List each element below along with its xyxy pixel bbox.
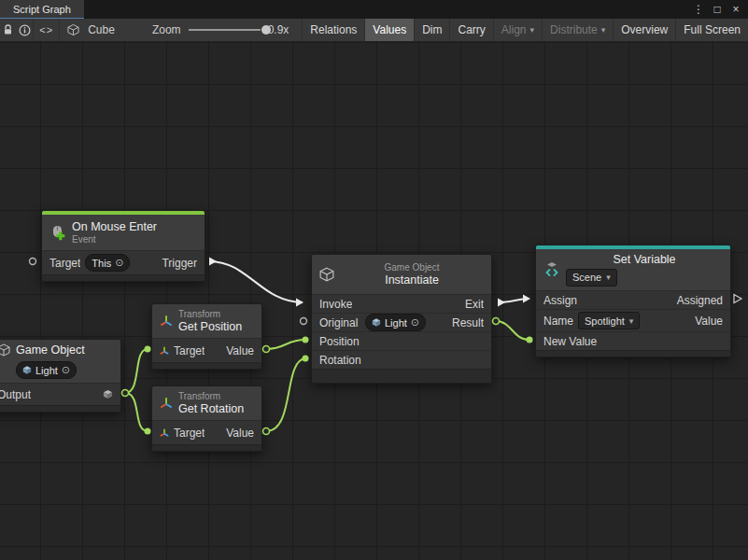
- target-input-label: Target: [49, 257, 80, 270]
- target-port[interactable]: [145, 346, 151, 353]
- node-set-variable[interactable]: Set Variable Scene ▾ Assign Assigned Nam…: [535, 245, 731, 357]
- zoom-slider[interactable]: [189, 19, 261, 41]
- maximize-icon[interactable]: □: [709, 1, 726, 18]
- button-label: Carry: [458, 23, 485, 36]
- button-label: Overview: [621, 23, 668, 36]
- game-object-value-chip[interactable]: Light ⊙: [16, 361, 77, 379]
- position-input-label: Position: [319, 335, 360, 348]
- node-footer: [152, 444, 261, 451]
- variable-name-dropdown[interactable]: Spotlight ▾: [578, 312, 640, 329]
- node-header: On Mouse Enter Event: [42, 215, 205, 250]
- toolbar-button-fullscreen[interactable]: Full Screen: [675, 19, 748, 41]
- target-input-port[interactable]: [30, 259, 36, 265]
- port-row: Target This ⊙ Trigger: [42, 250, 205, 274]
- assigned-output-port[interactable]: [734, 295, 741, 303]
- game-object-type-icon: [103, 389, 113, 399]
- port-row: Name Spotlight ▾ Value: [536, 309, 730, 331]
- button-label: Relations: [310, 23, 357, 36]
- original-input-port[interactable]: [301, 318, 307, 325]
- position-port[interactable]: [303, 337, 309, 343]
- dropdown-value: Scene: [572, 272, 601, 284]
- toolbar-button-dim[interactable]: Dim: [414, 19, 449, 41]
- node-title: Get Position: [178, 320, 242, 334]
- button-label: Distribute: [550, 23, 598, 36]
- graph-name: Cube: [60, 23, 126, 36]
- port-row: Target Value: [152, 338, 261, 362]
- port-row: Invoke Exit: [312, 294, 491, 313]
- trigger-output-label: Trigger: [162, 257, 197, 270]
- node-title: Set Variable: [613, 253, 675, 267]
- node-title: Game Object: [16, 343, 89, 357]
- close-icon[interactable]: ×: [727, 1, 744, 18]
- button-label: Align: [501, 23, 527, 36]
- graph-name-label: Cube: [84, 23, 119, 36]
- result-port[interactable]: [493, 318, 500, 325]
- button-label: Dim: [422, 23, 442, 36]
- toolbar-button-carry[interactable]: Carry: [449, 19, 492, 41]
- chip-label: This: [92, 258, 111, 269]
- dropdown-value: Spotlight: [585, 315, 625, 327]
- rotation-input-label: Rotation: [319, 354, 361, 367]
- node-instantiate[interactable]: Game Object Instantiate Invoke Exit Orig…: [311, 254, 492, 384]
- output-port[interactable]: [122, 390, 129, 397]
- menu-icon[interactable]: ⋮: [690, 1, 707, 18]
- mouse-enter-event-icon: [49, 224, 66, 241]
- tab-title: Script Graph: [13, 4, 71, 15]
- toolbar-button-relations[interactable]: Relations: [302, 19, 364, 41]
- toolbar-button-overview[interactable]: Overview: [613, 19, 675, 41]
- window-controls: ⋮ □ ×: [690, 0, 748, 19]
- zoom-label: Zoom: [148, 23, 185, 36]
- zoom-slider-track: [189, 29, 261, 31]
- cube-icon: [0, 343, 10, 357]
- name-input-label: Name: [543, 315, 573, 328]
- value-port[interactable]: [263, 346, 270, 353]
- chevron-down-icon: ▾: [530, 25, 535, 35]
- chevron-down-icon: ▾: [606, 273, 611, 283]
- node-footer: [42, 274, 205, 281]
- node-header: Set Variable Scene ▾: [536, 249, 730, 290]
- chip-label: Light: [35, 365, 58, 376]
- node-get-rotation[interactable]: Transform Get Rotation Target Value: [151, 385, 262, 452]
- node-on-mouse-enter[interactable]: On Mouse Enter Event Target This ⊙ Trigg…: [41, 210, 205, 282]
- wire-trigger-to-invoke: [209, 261, 303, 302]
- transform-icon: [160, 315, 173, 328]
- game-object-value-chip[interactable]: Light ⊙: [365, 314, 426, 331]
- graph-canvas[interactable]: On Mouse Enter Event Target This ⊙ Trigg…: [0, 41, 748, 560]
- tab-script-graph[interactable]: Script Graph: [0, 0, 84, 19]
- exit-output-label: Exit: [465, 298, 484, 311]
- wire-output-to-getrotation-target: [125, 393, 148, 431]
- node-category: Game Object: [385, 262, 440, 273]
- toolbar-button-values[interactable]: Values: [364, 19, 414, 41]
- tab-bar: Script Graph ⋮ □ ×: [0, 0, 748, 19]
- node-title: On Mouse Enter: [72, 220, 157, 234]
- node-game-object-light[interactable]: Game Object Light ⊙ Output: [0, 339, 121, 413]
- new-value-port[interactable]: [527, 337, 533, 343]
- assigned-output-label: Assigned: [676, 294, 723, 307]
- cube-icon: [319, 267, 334, 282]
- zoom-slider-handle[interactable]: [261, 25, 271, 35]
- wire-position-value: [266, 340, 305, 349]
- chevron-down-icon: ▾: [629, 316, 634, 326]
- target-picker-icon: ⊙: [62, 364, 70, 376]
- target-port[interactable]: [145, 428, 151, 435]
- this-value-chip[interactable]: This ⊙: [85, 254, 130, 272]
- variable-icon: [543, 261, 560, 278]
- lock-icon[interactable]: [0, 19, 17, 41]
- value-output-label: Value: [695, 315, 723, 328]
- wire-result-to-newvalue: [496, 321, 529, 340]
- value-port[interactable]: [263, 428, 270, 435]
- node-header: Transform Get Position: [152, 304, 261, 338]
- toolbar-button-align[interactable]: Align ▾: [493, 19, 542, 41]
- code-view-icon[interactable]: <>: [34, 19, 59, 41]
- node-get-position[interactable]: Transform Get Position Target Value: [151, 303, 262, 370]
- transform-icon: [160, 397, 173, 410]
- toolbar-button-distribute[interactable]: Distribute ▾: [542, 19, 613, 41]
- variable-kind-dropdown[interactable]: Scene ▾: [566, 269, 617, 287]
- info-icon[interactable]: [17, 19, 34, 41]
- output-label: Output: [0, 388, 31, 401]
- wire-exit-to-assign: [498, 299, 527, 302]
- rotation-port[interactable]: [303, 356, 309, 362]
- node-title: Get Rotation: [178, 402, 244, 416]
- chevron-down-icon: ▾: [601, 25, 606, 35]
- node-category: Transform: [178, 391, 220, 402]
